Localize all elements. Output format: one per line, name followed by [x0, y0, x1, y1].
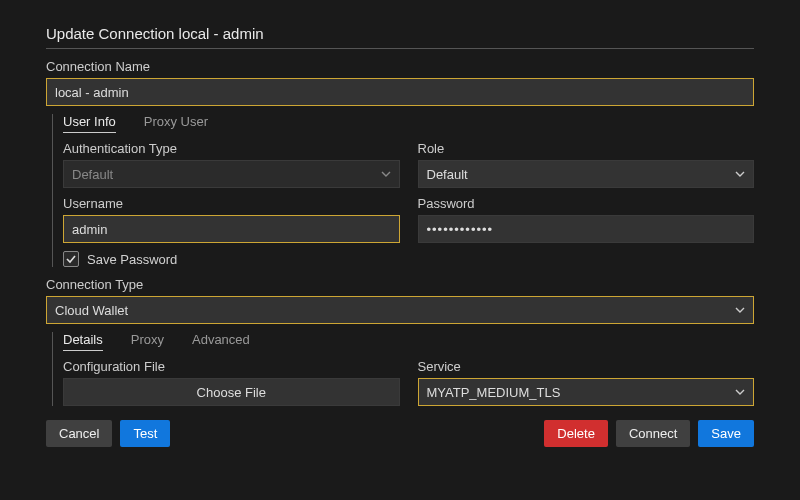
role-value: Default [427, 167, 468, 182]
password-input[interactable] [418, 215, 755, 243]
password-label: Password [418, 196, 755, 211]
chevron-down-icon [381, 169, 391, 179]
service-value: MYATP_MEDIUM_TLS [427, 385, 561, 400]
tab-proxy[interactable]: Proxy [131, 332, 164, 351]
config-file-label: Configuration File [63, 359, 400, 374]
connection-type-value: Cloud Wallet [55, 303, 128, 318]
auth-type-select: Default [63, 160, 400, 188]
role-label: Role [418, 141, 755, 156]
connection-type-label: Connection Type [46, 277, 754, 292]
tab-details[interactable]: Details [63, 332, 103, 351]
connection-name-input[interactable] [46, 78, 754, 106]
auth-type-label: Authentication Type [63, 141, 400, 156]
tab-advanced[interactable]: Advanced [192, 332, 250, 351]
test-button[interactable]: Test [120, 420, 170, 447]
save-password-checkbox[interactable] [63, 251, 79, 267]
service-label: Service [418, 359, 755, 374]
chevron-down-icon [735, 169, 745, 179]
auth-type-value: Default [72, 167, 113, 182]
username-label: Username [63, 196, 400, 211]
delete-button[interactable]: Delete [544, 420, 608, 447]
save-button[interactable]: Save [698, 420, 754, 447]
chevron-down-icon [735, 387, 745, 397]
details-tabs: Details Proxy Advanced [63, 332, 754, 351]
service-select[interactable]: MYATP_MEDIUM_TLS [418, 378, 755, 406]
tab-proxy-user[interactable]: Proxy User [144, 114, 208, 133]
chevron-down-icon [735, 305, 745, 315]
tab-user-info[interactable]: User Info [63, 114, 116, 133]
connection-name-label: Connection Name [46, 59, 754, 74]
username-input[interactable] [63, 215, 400, 243]
connection-type-select[interactable]: Cloud Wallet [46, 296, 754, 324]
save-password-label: Save Password [87, 252, 177, 267]
connect-button[interactable]: Connect [616, 420, 690, 447]
role-select[interactable]: Default [418, 160, 755, 188]
dialog-title: Update Connection local - admin [46, 25, 754, 49]
choose-file-button[interactable]: Choose File [63, 378, 400, 406]
user-info-tabs: User Info Proxy User [63, 114, 754, 133]
cancel-button[interactable]: Cancel [46, 420, 112, 447]
check-icon [65, 253, 77, 265]
